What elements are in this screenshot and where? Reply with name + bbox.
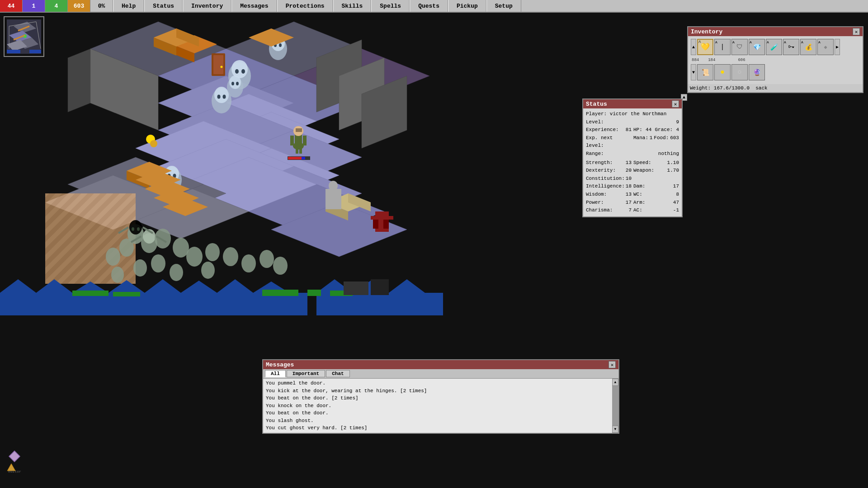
pickup-button[interactable]: Pickup [448,0,486,12]
con-label: Constitution: [586,175,625,183]
msg-line: You cut ghost very hard. [2 times] [266,424,616,432]
msg-scroll-up[interactable]: ▲ [612,379,618,386]
game-world[interactable] [0,13,443,315]
inventory-title: Inventory [691,28,722,35]
svg-rect-112 [329,181,338,191]
inv-slot-key[interactable]: 🗝 A [783,39,799,55]
msg-line: You beat on the door. [2 times] [266,394,616,402]
player-name-row: Player: victor the Northman [586,110,679,118]
stats-grid: Strength: 13 Speed: 1.10 Dexterity: 20 W… [586,159,679,215]
svg-point-73 [241,254,256,272]
messages-close-button[interactable]: ✕ [609,361,616,368]
setup-button[interactable]: Setup [486,0,521,12]
game-area[interactable]: editor ▲ ▲ ▼ Inventory ✕ ▲ 💛 A | [0,13,868,488]
inv-slot-ring[interactable]: 💛 A [697,39,713,55]
protections-button[interactable]: Protections [277,0,333,12]
tab-important[interactable]: Important [287,370,325,377]
level-label: Level: [586,118,604,127]
inventory-button[interactable]: Inventory [183,0,231,12]
cha-value: 7 [628,206,632,215]
range-row: Range: nothing [586,150,679,158]
svg-marker-147 [9,451,20,462]
str-label: Strength: [586,159,613,167]
svg-rect-113 [0,293,307,315]
skills-button[interactable]: Skills [333,0,372,12]
svg-point-69 [186,247,203,267]
inventory-close-button[interactable]: ✕ [853,28,860,35]
inv-slot-empty[interactable]: ○ [731,64,748,80]
status-window: Status ✕ Player: victor the Northman Lev… [582,99,683,217]
cha-label: Charisma: [586,206,613,215]
inv-slot-sword[interactable]: | A [714,39,731,55]
inv-slot-gem[interactable]: 💎 A [749,39,765,55]
weapon-label: Weapon: [633,167,654,175]
quests-button[interactable]: Quests [410,0,448,12]
svg-point-62 [137,227,140,231]
msg-line: You knock on the door. [266,402,616,410]
messages-scrollbar[interactable]: ▲ ▼ [612,379,618,433]
weapon-value: 1.70 [667,167,679,175]
msg-line: You kick at the door, wearing at the hin… [266,387,616,395]
inventory-weight: Weight: 167.6/1300.0 sack [688,84,863,92]
msg-scroll-down[interactable]: ▼ [612,426,618,433]
inv-slot-crystal[interactable]: 🔮 [749,64,765,80]
msg-scroll-thumb[interactable] [612,386,618,426]
messages-content[interactable]: You pummel the door. You kick at the doo… [263,379,618,433]
inv-slot-gem2[interactable]: ◆ A [817,39,834,55]
status-button[interactable]: Status [144,0,183,12]
svg-point-93 [150,140,157,147]
msg-line-death: ghost killed victor in hand to hand comb… [266,432,616,433]
speed-value: 1.10 [667,159,679,167]
svg-rect-132 [344,282,368,295]
int-label: Intelligence: [586,183,625,191]
inv-slot-scroll[interactable]: 📜 [697,64,713,80]
pow-label: Power: [586,199,604,207]
mana-label: Mana: [633,134,648,150]
inventory-window: Inventory ✕ ▲ 💛 A | A 🛡 A [687,26,863,93]
str-value: 13 [626,159,632,167]
svg-rect-110 [383,220,389,229]
inventory-content: ▲ 💛 A | A 🛡 A 💎 A [688,36,863,84]
inv-slot-gold[interactable]: 💰 A [800,39,816,55]
wis-value: 13 [626,191,632,199]
tab-all[interactable]: All [265,370,286,377]
range-value: nothing [658,150,679,158]
svg-point-77 [170,264,183,281]
status-close-button[interactable]: ✕ [672,100,679,108]
status-titlebar: Status ✕ [583,99,682,108]
svg-point-66 [155,229,171,249]
minimap[interactable] [4,16,44,57]
hp-value: 44 [646,126,651,134]
spells-button[interactable]: Spells [371,0,410,12]
svg-rect-131 [371,279,389,295]
svg-point-33 [221,66,223,68]
inv-scroll-right[interactable]: ▶ [835,39,840,55]
svg-rect-37 [295,135,302,148]
svg-rect-45 [288,157,302,160]
arm-value: 47 [673,199,679,207]
dex-label: Dexterity: [586,167,616,175]
svg-rect-128 [262,290,298,296]
dam-value: 17 [673,183,679,191]
inv-scroll-down[interactable]: ▼ [691,64,696,80]
inv-scroll-up[interactable]: ▲ [691,39,696,55]
msg-line: You slash ghost. [266,417,616,425]
svg-point-48 [231,60,248,78]
pow-value: 17 [626,199,632,207]
inv-slot-potion[interactable]: 🧪 A [766,39,782,55]
svg-rect-43 [303,136,307,145]
inv-slot-shield[interactable]: 🛡 A [731,39,748,55]
svg-point-72 [223,247,238,266]
speed-label: Speed: [633,159,651,167]
inv-slot-coin[interactable]: ● [714,64,731,80]
messages-button[interactable]: Messages [231,0,277,12]
svg-point-52 [214,87,229,103]
msg-line: You pummel the door. [266,380,616,387]
svg-rect-40 [296,147,298,154]
tab-chat[interactable]: Chat [326,370,349,377]
help-button[interactable]: Help [113,0,144,12]
status-title: Status [586,101,607,108]
exp-value: 81 [626,126,632,134]
diamond-icon [8,450,19,461]
player-name: Player: victor the Northman [586,110,666,118]
